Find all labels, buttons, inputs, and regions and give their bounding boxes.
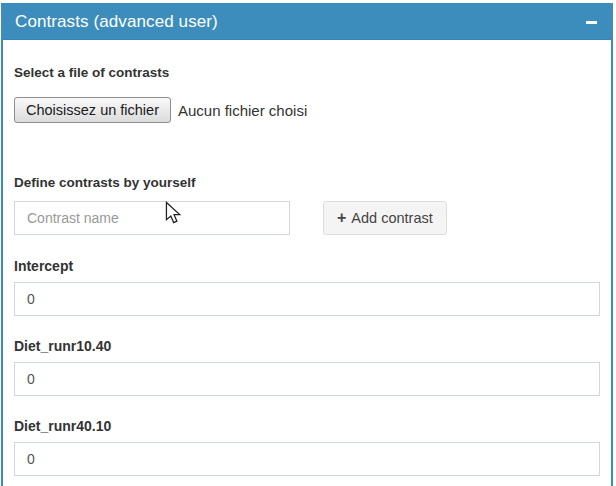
add-contrast-button[interactable]: + Add contrast xyxy=(323,201,447,235)
panel-body: Select a file of contrasts Choisissez un… xyxy=(3,40,611,476)
contrast-name-input[interactable] xyxy=(14,201,290,235)
add-contrast-button-label: Add contrast xyxy=(351,210,432,226)
contrasts-panel: Contrasts (advanced user) Select a file … xyxy=(1,3,613,486)
plus-icon: + xyxy=(337,210,346,226)
file-input[interactable]: Choisissez un fichier Aucun fichier choi… xyxy=(14,97,600,123)
file-input-label: Select a file of contrasts xyxy=(14,65,600,81)
field-label: Intercept xyxy=(14,258,600,275)
field-label: Diet_runr40.10 xyxy=(14,418,600,435)
field-label: Diet_runr10.40 xyxy=(14,338,600,355)
contrast-field-diet-runr10-40: Diet_runr10.40 xyxy=(14,338,600,396)
file-status-text: Aucun fichier choisi xyxy=(178,102,307,119)
diet-runr40-10-input[interactable] xyxy=(14,442,600,476)
define-contrast-row: + Add contrast xyxy=(14,201,600,235)
panel-header: Contrasts (advanced user) xyxy=(3,5,611,40)
diet-runr10-40-input[interactable] xyxy=(14,362,600,396)
contrast-field-intercept: Intercept xyxy=(14,258,600,316)
define-contrasts-label: Define contrasts by yourself xyxy=(14,175,600,191)
intercept-input[interactable] xyxy=(14,282,600,316)
panel-title: Contrasts (advanced user) xyxy=(15,12,218,32)
contrast-field-diet-runr40-10: Diet_runr40.10 xyxy=(14,418,600,476)
minus-icon xyxy=(586,21,597,24)
collapse-button[interactable] xyxy=(584,15,598,29)
choose-file-button[interactable]: Choisissez un fichier xyxy=(14,97,171,123)
